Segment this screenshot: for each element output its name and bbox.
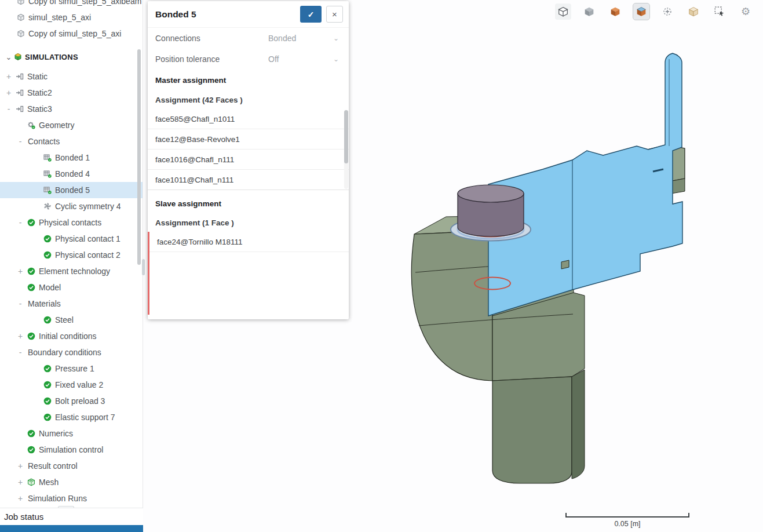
- expander-toggle[interactable]: -: [15, 348, 25, 357]
- simulations-section-header[interactable]: ⌄ SIMULATIONS: [0, 48, 143, 66]
- connections-field: Connections Bonded ⌄: [148, 28, 349, 49]
- tree-item[interactable]: Bolt preload 3: [0, 393, 143, 409]
- tree-item[interactable]: - Boundary conditions: [0, 344, 143, 360]
- apply-button[interactable]: ✓: [300, 6, 322, 23]
- tree-item-label: Cyclic symmetry 4: [55, 202, 121, 211]
- tree-item[interactable]: Fixed value 2: [0, 377, 143, 393]
- job-status-progress-bar: [0, 525, 143, 532]
- sidebar-scrollbar[interactable]: [137, 0, 141, 507]
- geometry-item[interactable]: Copy of simul_step_5_axi: [0, 25, 143, 42]
- part-icon: [15, 30, 26, 38]
- geometry-item-label: Copy of simul_step_5_axibeam: [28, 0, 141, 6]
- scrollbar-thumb[interactable]: [344, 110, 348, 163]
- face-list-item[interactable]: face1011@Chafl_n111: [148, 170, 349, 190]
- tree-item[interactable]: Physical contact 1: [0, 231, 143, 247]
- expander-toggle[interactable]: -: [15, 137, 25, 146]
- geometry-item[interactable]: simul_step_5_axi: [0, 9, 143, 25]
- tree-item[interactable]: + Simulation Runs: [0, 490, 143, 507]
- expander-toggle[interactable]: +: [15, 478, 25, 487]
- tree-item[interactable]: + Mesh: [0, 474, 143, 490]
- tree-item-label: Pressure 1: [55, 364, 94, 373]
- section-view-icon[interactable]: [633, 3, 649, 20]
- tree-item[interactable]: Simulation control: [0, 442, 143, 458]
- tree-item[interactable]: + Element technology: [0, 263, 143, 279]
- expander-toggle[interactable]: +: [3, 72, 14, 81]
- tree-item-label: Numerics: [39, 429, 73, 438]
- status-check-icon: [43, 235, 52, 243]
- simulation-tree: + Static +: [0, 68, 143, 507]
- viewport-settings-icon[interactable]: ⚙: [738, 3, 754, 20]
- geometry-item-label: Copy of simul_step_5_axi: [28, 29, 121, 38]
- tree-item-label: Static: [27, 72, 48, 81]
- scrollbar-thumb[interactable]: [137, 49, 141, 265]
- tree-item[interactable]: + Initial conditions: [0, 328, 143, 344]
- center-of-rotation-icon[interactable]: [659, 3, 676, 20]
- face-list-item[interactable]: face1016@Chafl_n111: [148, 150, 349, 170]
- tree-item-label: Boundary conditions: [28, 348, 101, 357]
- static-analysis-icon: [16, 89, 24, 97]
- position-tolerance-select[interactable]: Off ⌄: [268, 54, 341, 64]
- expander-toggle[interactable]: +: [15, 267, 25, 276]
- tree-item[interactable]: Cyclic symmetry 4: [0, 198, 143, 214]
- panel-header: Bonded 5 ✓ ×: [148, 1, 349, 28]
- master-face-list: face585@Chafl_n1011 face12@Base-Revolve1…: [148, 109, 349, 190]
- close-button[interactable]: ×: [326, 6, 343, 23]
- tree-item-label: Steel: [55, 315, 74, 325]
- master-face-list-container: face585@Chafl_n1011 face12@Base-Revolve1…: [148, 109, 349, 190]
- chevron-down-icon[interactable]: ⌄: [3, 53, 14, 61]
- face-list-scrollbar[interactable]: [344, 110, 348, 189]
- tree-item[interactable]: Bonded 1: [0, 150, 143, 166]
- connections-label: Connections: [155, 34, 268, 43]
- transparent-view-icon[interactable]: [685, 3, 702, 20]
- simulations-icon: [14, 53, 22, 61]
- app-root: ⚙ 0.05 [m] Copy of simul_step_5_axibeam: [0, 0, 763, 532]
- geometry-item[interactable]: Copy of simul_step_5_axibeam: [0, 0, 143, 9]
- cyclic-symmetry-icon: [43, 202, 52, 210]
- tree-item[interactable]: Bonded 4: [0, 166, 143, 182]
- face-list-item[interactable]: face585@Chafl_n1011: [148, 109, 349, 129]
- job-status-bar[interactable]: Job status: [0, 508, 143, 525]
- expander-toggle[interactable]: +: [3, 88, 14, 97]
- tree-item[interactable]: - Static3: [0, 101, 143, 117]
- tree-item-label: Geometry: [39, 121, 74, 130]
- face-list-item[interactable]: face24@Tornillo M18111: [149, 232, 349, 252]
- expander-toggle[interactable]: +: [15, 331, 25, 341]
- tree-item-label: Physical contacts: [39, 218, 101, 227]
- expander-toggle[interactable]: +: [15, 461, 25, 471]
- tree-item[interactable]: - Materials: [0, 296, 143, 312]
- sidebar-resize-handle[interactable]: [142, 259, 145, 275]
- tree-item[interactable]: Pressure 1: [0, 360, 143, 377]
- slave-assignment-heading: Slave assignment: [148, 190, 349, 213]
- expander-toggle[interactable]: +: [15, 494, 25, 503]
- expander-toggle[interactable]: -: [15, 218, 25, 227]
- tree-item[interactable]: Geometry: [0, 117, 143, 133]
- status-check-icon: [43, 316, 52, 324]
- box-select-icon[interactable]: [711, 3, 728, 20]
- tree-item[interactable]: Bonded 5: [0, 182, 143, 198]
- scale-line: [565, 513, 689, 518]
- bolt-head-cylinder[interactable]: [458, 185, 524, 236]
- expander-toggle[interactable]: -: [3, 104, 14, 114]
- tree-item[interactable]: Steel: [0, 312, 143, 328]
- tree-item-label: Bolt preload 3: [55, 396, 105, 406]
- surface-view-icon[interactable]: [607, 3, 623, 20]
- tree-item[interactable]: Numerics: [0, 425, 143, 442]
- tree-item[interactable]: + Static: [0, 68, 143, 85]
- tree-item[interactable]: - Contacts: [0, 133, 143, 150]
- fit-view-icon[interactable]: [555, 3, 571, 20]
- tree-item-label: Elastic support 7: [55, 413, 115, 422]
- position-tolerance-value: Off: [268, 54, 279, 64]
- tree-item[interactable]: Elastic support 7: [0, 409, 143, 425]
- connections-select[interactable]: Bonded ⌄: [268, 34, 341, 43]
- tree-item[interactable]: - Physical contacts: [0, 214, 143, 231]
- face-list-item[interactable]: face12@Base-Revolve1: [148, 129, 349, 150]
- tree-item[interactable]: Model: [0, 279, 143, 296]
- expander-toggle[interactable]: -: [15, 299, 25, 308]
- tree-item[interactable]: + Result control: [0, 458, 143, 474]
- tree-item-label: Initial conditions: [39, 331, 97, 341]
- tree-item[interactable]: Physical contact 2: [0, 247, 143, 263]
- model-section-blue[interactable]: [488, 53, 682, 316]
- shaded-view-icon[interactable]: [581, 3, 597, 20]
- tree-item[interactable]: + Static2: [0, 85, 143, 101]
- position-tolerance-field: Position tolerance Off ⌄: [148, 49, 349, 70]
